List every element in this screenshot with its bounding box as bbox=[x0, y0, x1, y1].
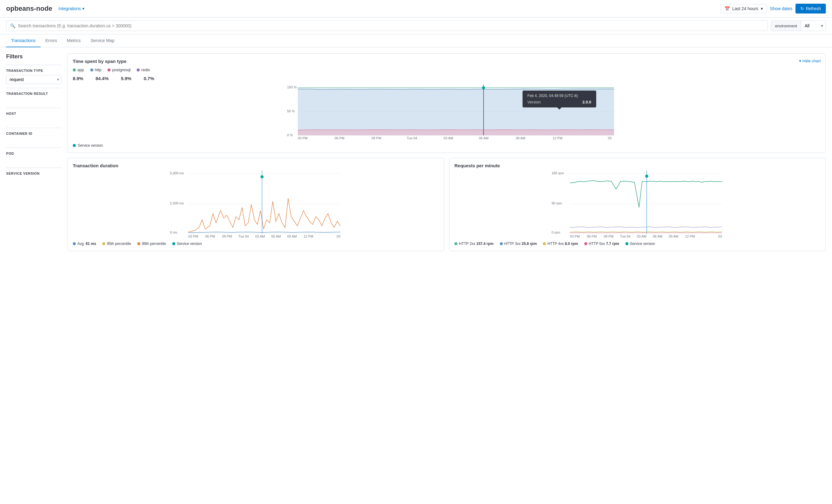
refresh-button[interactable]: ↻ Refresh bbox=[796, 4, 826, 14]
hide-chart-button[interactable]: ▾ Hide chart bbox=[799, 59, 821, 63]
tab-service-map[interactable]: Service Map bbox=[86, 34, 120, 47]
x-03: 03 bbox=[337, 235, 340, 238]
redis-dot bbox=[137, 69, 140, 72]
y-180: 180 rpm bbox=[552, 171, 564, 175]
legend-item-postgresql: postgresql bbox=[107, 68, 130, 72]
environment-select[interactable]: All bbox=[801, 21, 826, 31]
time-spent-chart-svg: 100 % 50 % 0 % 03 bbox=[73, 85, 821, 140]
redis-pct: 0.7% bbox=[144, 76, 154, 81]
requests-per-minute-title: Requests per minute bbox=[454, 163, 821, 168]
chart-header: Time spent by span type ▾ Hide chart bbox=[73, 59, 821, 64]
y-label-100: 100 % bbox=[287, 85, 296, 89]
cursor-dot bbox=[482, 86, 485, 89]
chevron-down-icon: ▾ bbox=[761, 6, 763, 11]
search-icon: 🔍 bbox=[10, 23, 15, 28]
y-0: 0 ms bbox=[170, 231, 178, 234]
header: opbeans-node Integrations ▾ 📅 Last 24 ho… bbox=[0, 0, 832, 18]
x-tue04: Tue 04 bbox=[238, 235, 249, 238]
refresh-icon: ↻ bbox=[800, 6, 804, 11]
filter-transaction-type: TRANSACTION TYPE request ▾ bbox=[6, 65, 61, 88]
calendar-icon: 📅 bbox=[725, 6, 730, 11]
x-label-09am: 09 AM bbox=[516, 136, 525, 140]
http5xx-legend: HTTP 5xx 7.7 rpm bbox=[584, 242, 619, 246]
show-dates-button[interactable]: Show dates bbox=[770, 6, 792, 11]
filter-service-version: SERVICE VERSION bbox=[6, 167, 61, 188]
http2xx-dot bbox=[454, 242, 458, 245]
x-12pm: 12 PM bbox=[304, 235, 313, 238]
y-0rpm: 0 rpm bbox=[552, 231, 560, 234]
tab-metrics[interactable]: Metrics bbox=[62, 34, 86, 47]
transaction-type-select[interactable]: request bbox=[6, 75, 61, 84]
integrations-button[interactable]: Integrations ▾ bbox=[58, 6, 84, 11]
bottom-charts: Transaction duration 5,000 ms 2,500 ms 0… bbox=[68, 158, 826, 251]
http3xx-line bbox=[570, 227, 722, 228]
y-2500: 2,500 ms bbox=[170, 201, 184, 205]
cursor-dot bbox=[645, 175, 648, 178]
http2xx-legend: HTTP 2xx 157.4 rpm bbox=[454, 242, 494, 246]
postgresql-dot bbox=[107, 69, 110, 72]
x-12pm: 12 PM bbox=[685, 235, 695, 238]
tooltip-row: Version 2.0.0 bbox=[527, 100, 591, 104]
time-range-picker[interactable]: 📅 Last 24 hours ▾ bbox=[721, 4, 767, 13]
x-label-06pm: 06 PM bbox=[335, 136, 344, 140]
legend-item-app: app bbox=[73, 68, 84, 72]
http-pct: 84.4% bbox=[96, 76, 109, 81]
service-version-dot bbox=[73, 144, 76, 147]
y-label-0: 0 % bbox=[287, 133, 293, 137]
cursor-dot bbox=[261, 175, 264, 178]
time-spent-legend: app http postgresql redis bbox=[73, 68, 821, 72]
chevron-down-icon: ▾ bbox=[82, 6, 84, 11]
tab-errors[interactable]: Errors bbox=[41, 34, 62, 47]
legend-item-http: http bbox=[90, 68, 102, 72]
sv-dot bbox=[172, 242, 175, 245]
header-right: 📅 Last 24 hours ▾ Show dates ↻ Refresh bbox=[721, 4, 826, 14]
p95-legend: 95th percentile bbox=[102, 242, 131, 246]
chevron-up-icon: ▾ bbox=[799, 59, 801, 63]
x-label-03pm: 03 PM bbox=[298, 136, 308, 140]
transaction-type-label: TRANSACTION TYPE bbox=[6, 69, 61, 73]
avg-dot bbox=[73, 242, 76, 245]
environment-select-wrap: All ▾ bbox=[801, 21, 826, 31]
requests-legend: HTTP 2xx 157.4 rpm HTTP 3xx 25.8 rpm HTT… bbox=[454, 242, 821, 246]
environment-filter: environment All ▾ bbox=[771, 21, 826, 31]
filters-sidebar: Filters TRANSACTION TYPE request ▾ TRANS… bbox=[6, 53, 61, 251]
x-tue04: Tue 04 bbox=[620, 235, 631, 238]
http3xx-legend: HTTP 3xx 25.8 rpm bbox=[500, 242, 537, 246]
x-06pm: 06 PM bbox=[205, 235, 215, 238]
y-90: 90 rpm bbox=[552, 201, 562, 205]
x-label-03: 03 bbox=[608, 136, 612, 140]
filter-pod: POD bbox=[6, 148, 61, 167]
tabs-bar: Transactions Errors Metrics Service Map bbox=[0, 34, 832, 47]
x-label-03am: 03 AM bbox=[444, 136, 453, 140]
transaction-duration-title: Transaction duration bbox=[73, 163, 439, 168]
transaction-duration-card: Transaction duration 5,000 ms 2,500 ms 0… bbox=[68, 158, 444, 251]
x-03pm: 03 PM bbox=[188, 235, 198, 238]
x-06am: 06 AM bbox=[653, 235, 662, 238]
legend-item-redis: redis bbox=[137, 68, 150, 72]
transaction-duration-svg: 5,000 ms 2,500 ms 0 ms 03 PM bbox=[73, 171, 439, 238]
x-03: 03 bbox=[719, 235, 722, 238]
http4xx-dot bbox=[543, 242, 546, 245]
x-09am: 09 AM bbox=[287, 235, 297, 238]
container-id-label: CONTAINER ID bbox=[6, 132, 61, 135]
filter-container-id: CONTAINER ID bbox=[6, 128, 61, 148]
x-06pm: 06 PM bbox=[587, 235, 597, 238]
avg-legend: Avg. 61 ms bbox=[73, 242, 96, 246]
environment-label: environment bbox=[771, 21, 801, 31]
search-input[interactable] bbox=[18, 23, 764, 28]
postgresql-area bbox=[298, 130, 614, 135]
x-03pm: 03 PM bbox=[570, 235, 580, 238]
x-09am: 09 AM bbox=[669, 235, 678, 238]
sv-dot bbox=[625, 242, 628, 245]
filters-title: Filters bbox=[6, 53, 61, 60]
x-label-tue04: Tue 04 bbox=[407, 136, 417, 140]
transaction-result-label: TRANSACTION RESULT bbox=[6, 92, 61, 96]
x-09pm: 09 PM bbox=[222, 235, 232, 238]
requests-per-minute-svg: 180 rpm 90 rpm 0 rpm bbox=[454, 171, 821, 238]
service-version-label: SERVICE VERSION bbox=[6, 171, 61, 175]
http-line bbox=[298, 89, 614, 89]
search-input-wrap[interactable]: 🔍 bbox=[6, 21, 768, 31]
app-pct: 8.9% bbox=[73, 76, 83, 81]
y-5000: 5,000 ms bbox=[170, 171, 184, 175]
tab-transactions[interactable]: Transactions bbox=[6, 34, 41, 47]
